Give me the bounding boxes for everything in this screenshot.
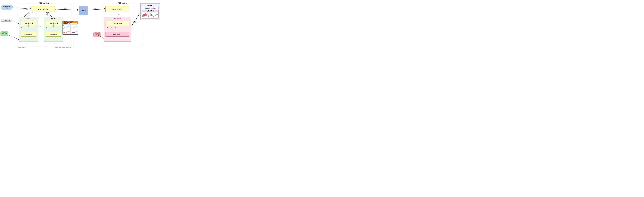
logging-subtitle-text: (TensorBoard) bbox=[63, 22, 72, 24]
statistics-panel: Statistics Tests and metricas pyBackTest bbox=[140, 3, 160, 20]
workeri-environment-label: Environment bbox=[50, 34, 58, 35]
tb-chart4 bbox=[70, 30, 77, 35]
tb-chart3 bbox=[63, 30, 70, 35]
svg-rect-4 bbox=[145, 13, 146, 16]
test-worker-local-network: Local Network bbox=[105, 21, 130, 26]
svg-rect-5 bbox=[146, 14, 146, 16]
master-network-training: Master Network bbox=[31, 6, 55, 12]
initial-weights-cloud: Initial weigths θinit bbox=[1, 4, 13, 10]
parameters-label: Parameters bbox=[2, 20, 10, 21]
svg-rect-1 bbox=[142, 14, 143, 16]
tensorboard-screenshot: Menu TensorBoard bbox=[63, 23, 77, 35]
workeri-local-network-label: Local Network bbox=[49, 22, 58, 24]
master-network-testing: Master Network bbox=[106, 6, 129, 12]
model-cptk-label: model.cptk bbox=[80, 10, 86, 11]
test-data-cylinder: Test data bbox=[94, 32, 101, 37]
statistics-title: Statistics bbox=[142, 4, 158, 6]
tb-chart2 bbox=[70, 24, 77, 30]
train-data-label: Train data bbox=[1, 33, 8, 34]
tests-metricas-item: Tests and metricas bbox=[142, 7, 158, 9]
workeri-local-network: Local Network bbox=[46, 21, 61, 26]
dots-separator: ··· bbox=[38, 26, 41, 28]
pybacktest-title: pyBackTest bbox=[142, 10, 158, 12]
tb-charts bbox=[63, 24, 77, 30]
initial-weights-sublabel: θinit bbox=[2, 7, 11, 9]
test-worker-ars-labels: a r s bbox=[107, 27, 116, 28]
initial-weights-label: Initial weigths bbox=[2, 6, 11, 7]
pybacktest-chart bbox=[142, 12, 158, 18]
master-network-training-label: Master Network bbox=[38, 8, 48, 10]
tb-chart1 bbox=[63, 24, 70, 30]
worker1-local-network: Local Network bbox=[21, 21, 36, 26]
workeri-environment: Environment bbox=[46, 32, 61, 36]
test-worker-local-network-label: Local Network bbox=[113, 22, 122, 24]
test-data-top bbox=[94, 32, 101, 34]
test-data-label: Test data bbox=[94, 34, 101, 36]
pybacktest-panel: pyBackTest bbox=[142, 10, 158, 18]
model-cptk-box: model.cptk bbox=[79, 6, 88, 15]
test-worker-title: Test_Worker bbox=[104, 18, 131, 19]
worker1-local-network-label: Local Network bbox=[24, 22, 33, 24]
svg-rect-3 bbox=[144, 14, 145, 16]
tb-charts2 bbox=[63, 30, 77, 35]
workeri-title: Worker i bbox=[44, 18, 63, 19]
test-worker-environment: Environment bbox=[105, 32, 130, 36]
train-data-top bbox=[0, 31, 8, 32]
worker1-environment-label: Environment bbox=[24, 34, 32, 35]
workeri-ars-labels: a r s bbox=[46, 27, 54, 28]
parameters-box: Parameters bbox=[1, 19, 12, 22]
testing-section-label: A3C_testing bbox=[117, 2, 128, 4]
worker1-title: Worker 1 bbox=[20, 18, 38, 19]
worker1-ars-labels: a r s bbox=[21, 27, 28, 28]
svg-line-36 bbox=[88, 9, 105, 10]
train-data-cylinder: Train data bbox=[0, 31, 8, 36]
svg-rect-10 bbox=[150, 13, 151, 16]
worker1-box: Worker 1 Local Network a r s Environment bbox=[19, 17, 38, 42]
svg-marker-34 bbox=[77, 9, 79, 11]
test-worker-box: Test_Worker Local Network a r s Environm… bbox=[104, 17, 131, 42]
tensorboard-body: Menu TensorBoard bbox=[63, 24, 78, 34]
diagram-container: Initial weigths θinit Parameters Train d… bbox=[0, 0, 162, 50]
test-worker-environment-label: Environment bbox=[114, 34, 122, 35]
master-network-testing-label: Master Network bbox=[112, 8, 122, 10]
training-section-label: A3C_training bbox=[38, 2, 49, 4]
svg-text:load: load bbox=[94, 8, 96, 9]
svg-rect-9 bbox=[150, 13, 150, 15]
workeri-box: Worker i Local Network a r s Environment bbox=[44, 17, 63, 42]
logging-box-title: Logging system (TensorBoard) bbox=[63, 20, 73, 24]
worker1-environment: Environment bbox=[21, 32, 36, 36]
logging-title-text: Logging system bbox=[63, 20, 73, 22]
